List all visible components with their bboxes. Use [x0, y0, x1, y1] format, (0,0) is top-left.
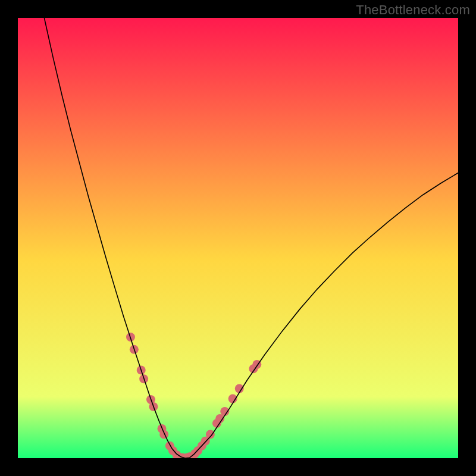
marker-dot [206, 430, 215, 439]
chart-container: TheBottleneck.com [0, 0, 476, 476]
watermark-text: TheBottleneck.com [356, 2, 470, 18]
plot-svg [18, 18, 458, 458]
plot-area [18, 18, 458, 458]
marker-dot [159, 430, 168, 439]
marker-dot [235, 384, 244, 393]
